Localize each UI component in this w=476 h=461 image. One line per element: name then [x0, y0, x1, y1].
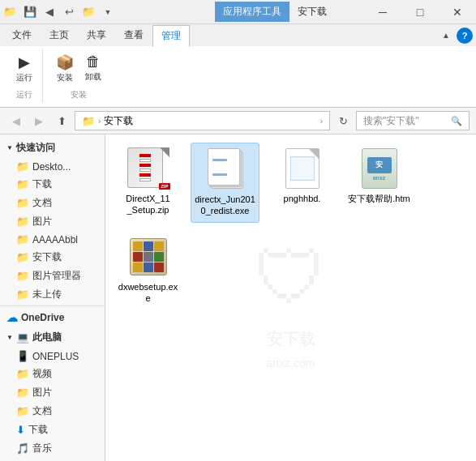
pnghhbd-name: pnghhbd.: [284, 193, 321, 204]
thispc-icon: 💻: [16, 331, 29, 344]
sidebar-music-label: 音乐: [32, 442, 52, 455]
sidebar-desktop-label: Deskto...: [32, 161, 71, 173]
back-button[interactable]: ◀: [6, 111, 26, 130]
sidebar-thispc-label: 此电脑: [32, 331, 62, 344]
sidebar-item-desktop[interactable]: 📁 Deskto...: [0, 158, 105, 175]
content-area: 🛡 安下载anxz.com: [105, 134, 476, 461]
sidebar-item-pictures[interactable]: 📁 图片: [0, 212, 105, 231]
anzhelp-name: 安下载帮助.htm: [348, 193, 410, 204]
install-icon: 📦: [56, 53, 74, 71]
watermark: 🛡 安下载anxz.com: [242, 230, 340, 373]
close-button[interactable]: ✕: [439, 0, 476, 24]
address-arrow-icon: ›: [320, 117, 323, 126]
onedrive-icon: ☁: [6, 311, 18, 324]
window-icon: 📁: [3, 6, 16, 18]
sidebar-item-anzaiload[interactable]: 📁 安下载: [0, 248, 105, 267]
sidebar-section-thispc[interactable]: ▼ 💻 此电脑: [0, 327, 105, 348]
sidebar-anzaiload-label: 安下载: [32, 250, 62, 264]
up-button[interactable]: ⬆: [52, 111, 71, 130]
oneplus-icon: 📱: [16, 350, 29, 362]
help-button[interactable]: ?: [457, 28, 473, 44]
sidebar-downloads2-label: 下载: [28, 423, 48, 437]
install-label: 安装: [57, 72, 73, 83]
search-placeholder: 搜索"安下载": [363, 114, 448, 128]
sidebar-documents-label: 文档: [32, 196, 52, 210]
app-tool-tab: 应用程序工具: [215, 2, 289, 22]
addressbar: ◀ ▶ ⬆ 📁 › 安下载 › ↻ 搜索"安下载" 🔍: [0, 108, 476, 134]
quick-folder-icon[interactable]: 📁: [79, 3, 97, 21]
search-icon: 🔍: [451, 116, 462, 126]
minimize-button[interactable]: ─: [364, 0, 401, 24]
imgmgr-folder-icon: 📁: [16, 270, 29, 282]
refresh-button[interactable]: ↻: [333, 111, 353, 130]
downloads2-icon: ⬇: [16, 424, 25, 436]
quick-save-icon[interactable]: 💾: [21, 3, 39, 21]
search-box[interactable]: 搜索"安下载" 🔍: [356, 111, 470, 130]
pictures2-icon: 📁: [16, 386, 29, 399]
forward-button[interactable]: ▶: [29, 111, 49, 130]
ribbon-btn-install[interactable]: 📦 安装: [51, 51, 79, 86]
sidebar-item-documents2[interactable]: 📁 文档: [0, 402, 105, 420]
quick-undo-icon[interactable]: ↩: [60, 3, 78, 21]
sidebar-item-oneplus[interactable]: 📱 ONEPLUS: [0, 348, 105, 365]
sidebar-item-unuploaded[interactable]: 📁 未上传: [0, 285, 105, 304]
quick-back-icon[interactable]: ◀: [41, 3, 58, 21]
sidebar-pictures2-label: 图片: [32, 386, 52, 399]
ribbon-tabs-bar: 文件 主页 共享 查看 管理 ▲ ?: [0, 24, 476, 46]
watermark-text: 安下载anxz.com: [267, 327, 315, 373]
tab-view[interactable]: 查看: [115, 24, 152, 46]
sidebar-item-onedrive[interactable]: ☁ OneDrive: [0, 308, 105, 327]
install-group-label: 安装: [71, 89, 87, 100]
sidebar-item-desktop2[interactable]: 🖥 桌面: [0, 458, 105, 461]
sidebar-item-downloads2[interactable]: ⬇ 下载: [0, 420, 105, 439]
sidebar-item-imgmgr[interactable]: 📁 图片管理器: [0, 267, 105, 285]
sidebar-item-videos[interactable]: 📁 视频: [0, 365, 105, 383]
file-item-dxwebsetup[interactable]: dxwebsetup.exe: [114, 231, 182, 309]
sidebar-item-downloads[interactable]: 📁 下载: [0, 175, 105, 194]
ribbon-collapse-icon[interactable]: ▲: [437, 27, 455, 45]
address-folder-icon: 📁: [82, 115, 95, 127]
run-label: 运行: [16, 72, 32, 83]
aaaa-folder-icon: 📁: [16, 233, 29, 245]
ribbon-btn-uninstall[interactable]: 🗑 卸载: [80, 51, 106, 86]
tab-file[interactable]: 文件: [3, 24, 41, 46]
sidebar-item-music[interactable]: 🎵 音乐: [0, 439, 105, 458]
pictures-folder-icon: 📁: [16, 216, 29, 228]
pnghhbd-icon: [281, 147, 324, 190]
downloads-folder-icon: 📁: [16, 178, 29, 190]
ribbon-group-install: 📦 安装 🗑 卸载 安装: [46, 49, 111, 102]
sidebar-imgmgr-label: 图片管理器: [32, 269, 81, 283]
sidebar: ▼ 快速访问 📁 Deskto... 📁 下载 📁 文档 📁 图片 📁 AAAA…: [0, 134, 105, 461]
anzaiload-folder-icon: 📁: [16, 251, 29, 263]
sidebar-unuploaded-label: 未上传: [32, 288, 62, 301]
titlebar: 📁 💾 ◀ ↩ 📁 ▼ 应用程序工具 安下载 ─ □ ✕: [0, 0, 476, 24]
ribbon-btn-run[interactable]: ▶ 运行: [11, 51, 37, 86]
sidebar-videos-label: 视频: [32, 367, 52, 381]
file-item-directx11zip[interactable]: ZIP DirectX_11 _Setup.zip: [114, 143, 182, 223]
window-controls: ─ □ ✕: [364, 0, 476, 23]
sidebar-item-documents[interactable]: 📁 文档: [0, 194, 105, 212]
documents2-icon: 📁: [16, 405, 29, 417]
sidebar-quickaccess-label: 快速访问: [16, 141, 55, 155]
sidebar-aaaa-label: AAAAAbbl: [32, 234, 78, 245]
tab-share[interactable]: 共享: [78, 24, 115, 46]
sidebar-oneplus-label: ONEPLUS: [32, 351, 79, 362]
sidebar-item-aaaa[interactable]: 📁 AAAAAbbl: [0, 231, 105, 248]
address-box[interactable]: 📁 › 安下载 ›: [75, 111, 330, 130]
file-item-anzhelp[interactable]: 安 anxz 安下载帮助.htm: [345, 143, 414, 223]
sidebar-downloads-label: 下载: [32, 177, 52, 191]
maximize-button[interactable]: □: [401, 0, 439, 24]
tab-manage[interactable]: 管理: [152, 25, 190, 47]
directxexe-icon: [204, 148, 247, 190]
dxwebsetup-name: dxwebsetup.exe: [117, 281, 179, 305]
tab-home[interactable]: 主页: [41, 24, 78, 46]
sidebar-section-quickaccess[interactable]: ▼ 快速访问: [0, 138, 105, 158]
file-item-pnghhbd[interactable]: pnghhbd.: [268, 143, 337, 223]
file-item-directx-exe[interactable]: directx_Jun2010_redist.exe: [191, 143, 259, 223]
address-chevron-icon: ›: [98, 117, 101, 126]
run-group-label: 运行: [16, 89, 32, 100]
desktop-folder-icon: 📁: [16, 160, 29, 173]
sidebar-item-pictures2[interactable]: 📁 图片: [0, 383, 105, 402]
quick-dropdown-icon[interactable]: ▼: [99, 3, 117, 21]
uninstall-icon: 🗑: [86, 53, 101, 70]
